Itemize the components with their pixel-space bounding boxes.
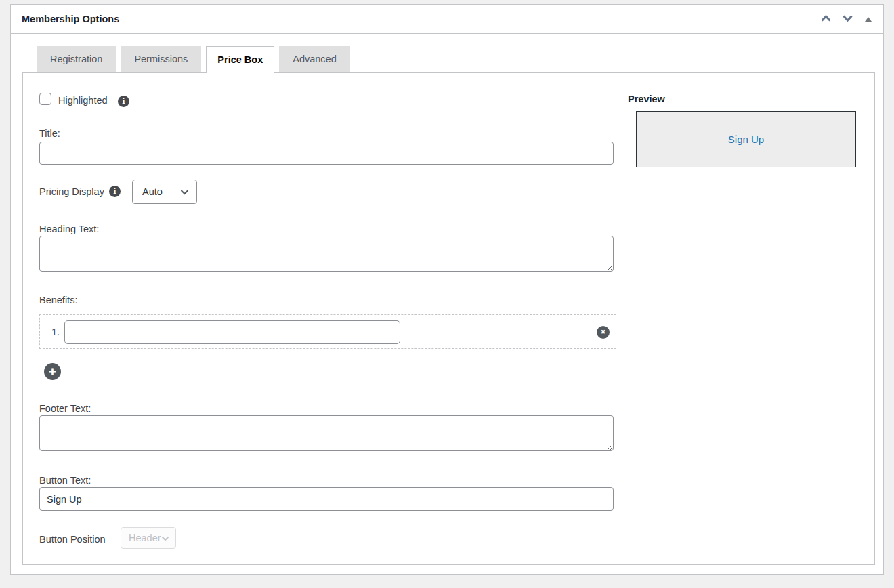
button-text-input[interactable] [39,487,614,511]
chevron-down-icon [161,532,169,543]
title-label: Title: [39,127,60,140]
preview-box: Sign Up [636,111,856,167]
plus-circle-icon: ✚ [49,366,56,377]
chevron-down-icon [180,186,189,197]
tab-registration[interactable]: Registration [37,46,116,72]
pricing-display-label: Pricing Display [39,186,104,198]
tab-price-box[interactable]: Price Box [206,46,274,73]
triangle-up-icon [865,17,872,22]
pricing-display-info-icon[interactable]: i [109,186,121,197]
button-text-label: Button Text: [39,474,91,486]
button-position-value: Header [129,532,161,543]
highlighted-checkbox[interactable] [39,93,51,105]
highlighted-label[interactable]: Highlighted [58,94,108,106]
benefit-row: 1. ✖ [39,314,616,349]
metabox-title: Membership Options [22,5,119,34]
title-input[interactable] [39,142,614,165]
highlighted-info-icon[interactable]: i [118,96,129,107]
benefit-input[interactable] [64,320,400,344]
button-position-label: Button Position [39,533,106,545]
heading-text-label: Heading Text: [39,223,99,235]
benefits-label: Benefits: [39,294,77,306]
move-up-button[interactable] [819,12,833,26]
x-circle-icon: ✖ [601,326,606,339]
tab-advanced[interactable]: Advanced [279,46,350,72]
preview-heading: Preview [628,93,665,104]
move-down-button[interactable] [840,12,855,26]
tab-permissions[interactable]: Permissions [121,46,201,72]
footer-text-textarea[interactable] [39,415,614,451]
membership-options-metabox: Membership Options Registration Permissi… [10,4,884,575]
metabox-handle-actions [819,5,874,34]
add-benefit-button[interactable]: ✚ [44,363,61,380]
preview-signup-link[interactable]: Sign Up [728,133,764,145]
pricing-display-value: Auto [142,186,163,197]
heading-text-textarea[interactable] [39,236,614,272]
chevron-down-icon [842,14,853,24]
price-box-panel: Highlighted i Title: Pricing Display i A… [22,72,875,565]
chevron-up-icon [820,14,832,24]
button-position-select: Header [121,527,176,549]
benefit-number: 1. [51,326,60,338]
metabox-header: Membership Options [11,5,883,34]
remove-benefit-button[interactable]: ✖ [597,326,610,339]
pricing-display-select[interactable]: Auto [132,180,197,204]
toggle-panel-button[interactable] [862,14,874,26]
options-tabs: Registration Permissions Price Box Advan… [37,46,350,73]
footer-text-label: Footer Text: [39,402,91,415]
